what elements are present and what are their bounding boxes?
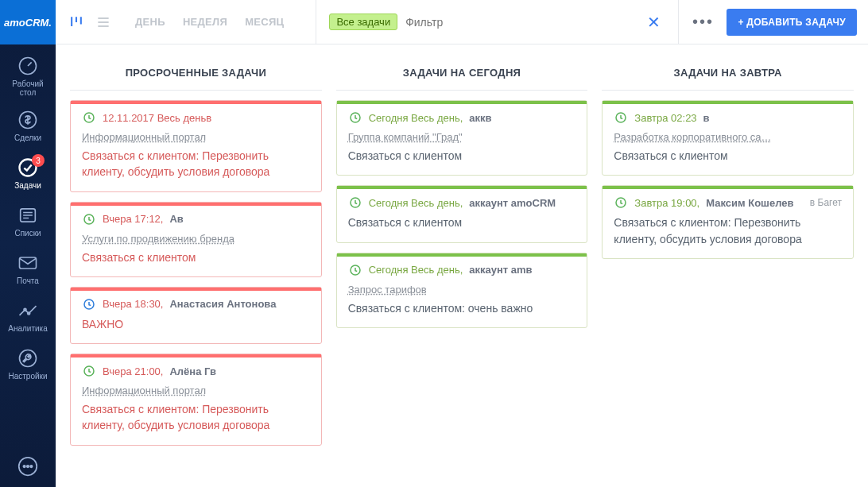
nav-deals[interactable]: Сделки xyxy=(0,102,56,149)
card-time: Вчера 18:30, xyxy=(103,298,163,310)
task-card[interactable]: Завтра 19:00, Максим Кошелев в Багет Свя… xyxy=(602,185,854,259)
nav-label: Аналитика xyxy=(8,324,48,333)
nav-settings[interactable]: Настройки xyxy=(0,340,56,388)
cards: Сегодня Весь день, аккв Группа компаний … xyxy=(336,91,588,328)
period-week[interactable]: НЕДЕЛЯ xyxy=(183,16,227,28)
card-desc: Связаться с клиентом: Перезвонить клиент… xyxy=(82,401,310,434)
clock-icon xyxy=(82,110,96,125)
filter-input[interactable] xyxy=(405,16,634,29)
nav-label: Рабочий стол xyxy=(12,79,43,97)
card-meta: Вчера 17:12, Ав Услуги по продвижению бр… xyxy=(82,212,310,245)
card-link[interactable]: Запрос тарифов xyxy=(348,284,427,296)
svg-rect-4 xyxy=(20,257,37,269)
task-card[interactable]: Сегодня Весь день, аккаунт amв Запрос та… xyxy=(336,253,588,328)
card-accent xyxy=(603,101,853,104)
column-overdue: ПРОСРОЧЕННЫЕ ЗАДАЧИ 12.11.2017 Весь день… xyxy=(70,59,322,473)
card-meta: 12.11.2017 Весь деньв Информационный пор… xyxy=(82,110,310,143)
dollar-icon xyxy=(17,109,39,131)
nav-mail[interactable]: Почта xyxy=(0,245,56,292)
card-link[interactable]: Услуги по продвижению бренда xyxy=(82,233,234,245)
card-time: Сегодня Весь день, xyxy=(369,264,463,276)
clock-icon xyxy=(348,195,362,210)
view-list-icon[interactable] xyxy=(94,13,113,32)
card-who: аккаунт amв xyxy=(469,264,532,276)
card-meta: Сегодня Весь день, аккаунт amв Запрос та… xyxy=(348,263,576,296)
card-desc: Связаться с клиентом xyxy=(614,148,842,164)
card-meta: Завтра 19:00, Максим Кошелев в Багет xyxy=(614,195,842,210)
list-icon xyxy=(17,204,39,226)
card-who: Анастасия Антонова xyxy=(169,298,276,310)
card-link[interactable]: Разработка корпоративного са… xyxy=(614,131,771,143)
task-card[interactable]: Вчера 18:30, Анастасия Антонова ВАЖНО xyxy=(70,287,322,344)
svg-point-9 xyxy=(23,466,25,468)
card-link[interactable]: Группа компаний "Град" xyxy=(348,131,463,143)
card-desc: Связаться с клиентом xyxy=(348,215,576,230)
nav-analytics[interactable]: Аналитика xyxy=(0,292,56,340)
card-desc: Связаться с клиентом: очень важно xyxy=(348,300,576,316)
period-switch: ДЕНЬ НЕДЕЛЯ МЕСЯЦ xyxy=(135,16,284,28)
svg-point-11 xyxy=(30,466,33,468)
task-card[interactable]: Завтра 02:23 в Разработка корпоративного… xyxy=(602,100,854,176)
clock-icon xyxy=(348,110,362,125)
card-accent xyxy=(337,186,587,189)
nav-label: Сделки xyxy=(14,133,41,142)
topbar: ДЕНЬ НЕДЕЛЯ МЕСЯЦ Все задачи ✕ ••• + ДОБ… xyxy=(56,0,868,44)
task-card[interactable]: 12.11.2017 Весь деньв Информационный пор… xyxy=(70,100,322,192)
chat-icon xyxy=(16,454,40,478)
board: ПРОСРОЧЕННЫЕ ЗАДАЧИ 12.11.2017 Весь день… xyxy=(56,44,868,487)
task-card[interactable]: Сегодня Весь день, аккв Группа компаний … xyxy=(336,100,588,176)
sidebar: amoCRM. Рабочий стол Сделки Задачи 3 xyxy=(0,0,56,487)
column-title: ЗАДАЧИ НА СЕГОДНЯ xyxy=(336,59,588,91)
nav-tasks[interactable]: Задачи 3 xyxy=(0,149,56,197)
card-meta: Завтра 02:23 в Разработка корпоративного… xyxy=(614,110,842,143)
card-who: Ав xyxy=(169,213,183,225)
nav-chat[interactable] xyxy=(16,446,40,487)
card-accent xyxy=(71,203,321,206)
cards: Завтра 02:23 в Разработка корпоративного… xyxy=(602,91,854,259)
clock-icon xyxy=(82,297,96,311)
card-link[interactable]: Информационный портал xyxy=(82,385,206,396)
card-accent xyxy=(71,354,321,358)
card-link[interactable]: в Багет xyxy=(810,197,842,208)
card-time: Завтра 02:23 xyxy=(634,112,696,124)
card-desc: Связаться с клиентом: Перезвонить клиент… xyxy=(614,215,842,247)
svg-point-7 xyxy=(20,350,37,367)
clock-icon xyxy=(614,110,628,125)
clear-filter-icon[interactable]: ✕ xyxy=(642,13,665,32)
period-day[interactable]: ДЕНЬ xyxy=(135,16,165,28)
mail-icon xyxy=(17,252,39,274)
task-card[interactable]: Вчера 17:12, Ав Услуги по продвижению бр… xyxy=(70,202,322,277)
card-time: Сегодня Весь день, xyxy=(369,112,463,124)
search-filter: Все задачи ✕ xyxy=(316,0,679,44)
gauge-icon xyxy=(17,55,39,77)
more-menu-icon[interactable]: ••• xyxy=(687,13,719,31)
cards: 12.11.2017 Весь деньв Информационный пор… xyxy=(70,91,322,446)
card-time: Сегодня Весь день, xyxy=(369,197,463,209)
column-title: ПРОСРОЧЕННЫЕ ЗАДАЧИ xyxy=(70,59,322,91)
brand-logo[interactable]: amoCRM. xyxy=(0,0,56,44)
card-meta: Сегодня Весь день, аккаунт amoCRM xyxy=(348,195,576,210)
nav-lists[interactable]: Списки xyxy=(0,197,56,245)
wrench-icon xyxy=(17,347,39,369)
card-accent xyxy=(71,101,321,104)
card-who: аккв xyxy=(469,112,491,124)
card-link[interactable]: Информационный портал xyxy=(82,131,206,143)
task-card[interactable]: Сегодня Весь день, аккаунт amoCRM Связат… xyxy=(336,185,588,242)
task-card[interactable]: Вчера 21:00, Алёна Гв Информационный пор… xyxy=(70,354,322,446)
card-desc: Связаться с клиентом xyxy=(82,249,310,265)
card-desc: ВАЖНО xyxy=(82,316,310,332)
clock-icon xyxy=(82,364,96,378)
nav-label: Настройки xyxy=(8,372,47,381)
card-time: Завтра 19:00, xyxy=(634,197,699,209)
card-who: Максим Кошелев xyxy=(706,197,793,209)
add-task-button[interactable]: + ДОБАВИТЬ ЗАДАЧУ xyxy=(727,9,857,36)
card-accent xyxy=(603,186,853,189)
nav: Рабочий стол Сделки Задачи 3 Списки xyxy=(0,44,56,446)
view-kanban-icon[interactable] xyxy=(67,13,86,32)
analytics-icon xyxy=(17,300,39,322)
filter-chip[interactable]: Все задачи xyxy=(329,14,397,30)
nav-dashboard[interactable]: Рабочий стол xyxy=(0,49,56,102)
nav-label: Почта xyxy=(17,276,39,285)
card-meta: Сегодня Весь день, аккв Группа компаний … xyxy=(348,110,576,143)
period-month[interactable]: МЕСЯЦ xyxy=(245,16,284,28)
